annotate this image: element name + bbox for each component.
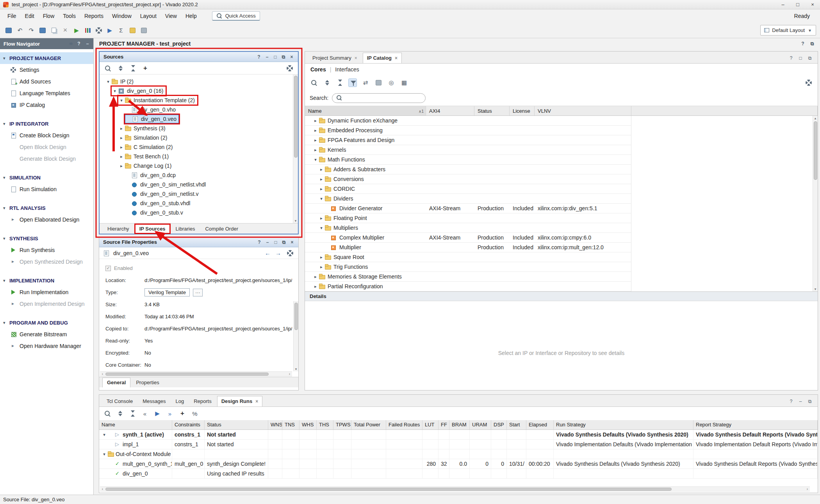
float-panel-icon[interactable] xyxy=(281,54,286,60)
expander-icon[interactable] xyxy=(312,157,319,162)
compare-icon[interactable]: ⇄ xyxy=(361,78,370,87)
close-tab-icon[interactable]: × xyxy=(255,399,258,404)
float-panel-icon[interactable] xyxy=(282,240,286,245)
menu-item[interactable]: Reports xyxy=(80,13,108,19)
play-icon[interactable]: ▶ xyxy=(105,26,114,35)
open-project-icon[interactable] xyxy=(4,26,13,35)
save-icon[interactable] xyxy=(38,26,47,35)
float-panel-icon[interactable] xyxy=(808,55,812,61)
expander-icon[interactable] xyxy=(118,163,125,169)
expander-icon[interactable] xyxy=(312,118,319,123)
design-run-row[interactable]: mult_gen_0_synth_1 mult_gen_0 synth_desi… xyxy=(99,459,818,469)
flow-nav-item[interactable]: Language Templates xyxy=(0,87,93,99)
close-tab-icon[interactable]: × xyxy=(395,55,398,61)
horizontal-scrollbar[interactable] xyxy=(100,371,292,376)
add-source-icon[interactable] xyxy=(141,64,150,73)
flow-nav-item[interactable]: Open Hardware Manager xyxy=(0,340,93,352)
expander-icon[interactable] xyxy=(318,225,324,231)
maximize-panel-icon[interactable] xyxy=(273,54,278,60)
expander-icon[interactable] xyxy=(101,430,107,439)
column-header-license[interactable]: License xyxy=(510,106,535,115)
settings-gear-icon[interactable] xyxy=(94,26,103,35)
search-icon[interactable] xyxy=(103,409,112,418)
maximize-panel-icon[interactable] xyxy=(273,240,278,245)
menu-item[interactable]: Edit xyxy=(21,13,39,19)
column-header[interactable]: Name xyxy=(99,420,172,429)
column-header[interactable]: THS xyxy=(317,420,333,429)
flow-nav-item[interactable]: Generate Bitstream xyxy=(0,328,93,340)
column-header-axi4[interactable]: AXI4 xyxy=(426,106,474,115)
expander-icon[interactable] xyxy=(318,216,324,221)
flow-nav-item[interactable]: IP INTEGRATOR xyxy=(0,118,93,130)
sources-tree-item[interactable]: div_gen_0.dcp xyxy=(100,170,298,180)
expander-icon[interactable] xyxy=(101,449,107,459)
float-panel-icon[interactable] xyxy=(810,41,815,46)
expander-icon[interactable] xyxy=(318,264,324,270)
ip-catalog-row[interactable]: Complex Multiplier AXI4-Stream Productio… xyxy=(305,233,631,243)
collapse-all-icon[interactable] xyxy=(116,409,124,418)
sources-tree-item[interactable]: Change Log (1) xyxy=(100,161,298,170)
bottom-tab[interactable]: Tcl Console xyxy=(102,396,137,406)
ip-catalog-row[interactable]: Math Functions xyxy=(305,155,631,165)
search-icon[interactable] xyxy=(103,64,112,73)
help-icon[interactable] xyxy=(257,54,261,60)
minimize-panel-icon[interactable] xyxy=(265,54,269,60)
sources-tree-item[interactable]: div_gen_0_stub.vhdl xyxy=(100,199,298,208)
column-header[interactable]: LUT xyxy=(422,420,439,429)
ip-catalog-row[interactable]: Conversions xyxy=(305,174,631,184)
menu-item[interactable]: Window xyxy=(108,13,136,19)
collapse-all-icon[interactable] xyxy=(116,64,125,73)
minimize-button[interactable]: – xyxy=(775,0,790,9)
filter-icon[interactable] xyxy=(348,78,357,87)
expander-icon[interactable] xyxy=(312,128,319,133)
expander-icon[interactable] xyxy=(312,284,319,289)
interfaces-tab[interactable]: Interfaces xyxy=(335,66,359,73)
close-panel-icon[interactable] xyxy=(290,240,294,245)
flow-nav-item[interactable]: PROJECT MANAGER xyxy=(0,52,93,64)
properties-panel-header[interactable]: Source File Properties xyxy=(99,237,298,247)
column-header[interactable]: BRAM xyxy=(449,420,470,429)
ip-catalog-row[interactable]: Dynamic Function eXchange xyxy=(305,116,631,126)
sum-icon[interactable]: Σ xyxy=(116,26,126,35)
sources-tree-item[interactable]: div_gen_0.vho xyxy=(100,105,298,114)
properties-tab[interactable]: General xyxy=(102,378,130,387)
ip-catalog-row[interactable]: CORDIC xyxy=(305,184,631,194)
column-header-vlnv[interactable]: VLNV xyxy=(535,106,631,115)
column-header[interactable]: TNS xyxy=(282,420,299,429)
flow-nav-item[interactable]: SYNTHESIS xyxy=(0,232,93,244)
properties-tab[interactable]: Properties xyxy=(131,378,164,387)
collapse-all-icon[interactable] xyxy=(66,41,73,47)
column-header[interactable]: TPWS xyxy=(333,420,351,429)
flow-nav-item[interactable]: Run Implementation xyxy=(0,286,93,298)
settings-gear-icon[interactable] xyxy=(285,64,294,73)
flow-nav-item[interactable]: RTL ANALYSIS xyxy=(0,202,93,214)
ip-catalog-row[interactable]: Square Root xyxy=(305,252,631,262)
close-panel-icon[interactable] xyxy=(289,54,294,60)
expand-all-icon[interactable] xyxy=(335,78,344,87)
bottom-tab[interactable]: Reports xyxy=(189,396,216,406)
column-header[interactable]: FF xyxy=(439,420,449,429)
help-icon[interactable] xyxy=(789,399,793,404)
flow-nav-item[interactable]: Settings xyxy=(0,64,93,76)
bottom-tab[interactable]: Design Runs × xyxy=(217,396,262,406)
sources-tree-item[interactable]: Synthesis (3) xyxy=(100,124,298,133)
expander-icon[interactable] xyxy=(118,154,125,159)
float-panel-icon[interactable] xyxy=(808,399,812,404)
sources-tab[interactable]: Hierarchy xyxy=(103,224,134,234)
column-header[interactable]: Total Power xyxy=(351,420,386,429)
forward-icon[interactable]: » xyxy=(166,409,174,418)
sources-tree-item[interactable]: div_gen_0_stub.v xyxy=(100,208,298,217)
close-tab-icon[interactable]: × xyxy=(355,55,357,61)
flow-nav-item[interactable]: Run Simulation xyxy=(0,183,93,195)
sources-tree-item[interactable]: Instantiation Template (2) xyxy=(100,96,298,105)
ip-catalog-row[interactable]: Floating Point xyxy=(305,213,631,223)
search-input[interactable] xyxy=(332,93,426,103)
vertical-scrollbar[interactable] xyxy=(293,75,298,223)
report-icon[interactable] xyxy=(83,26,93,35)
layout-selector[interactable]: Default Layout xyxy=(760,25,816,35)
ip-catalog-row[interactable]: Trig Functions xyxy=(305,262,631,272)
expander-icon[interactable] xyxy=(112,89,118,94)
type-combo[interactable]: Verilog Template xyxy=(144,288,190,296)
play-icon[interactable]: ▶ xyxy=(153,409,162,418)
sources-tree-item[interactable]: div_gen_0_sim_netlist.v xyxy=(100,189,298,199)
